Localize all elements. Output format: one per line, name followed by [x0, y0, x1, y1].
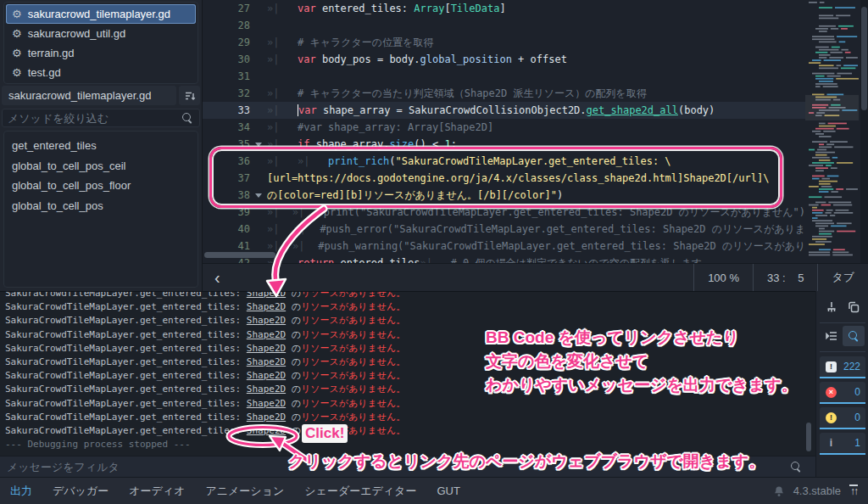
bottom-tab-シェーダーエディター[interactable]: シェーダーエディター: [294, 478, 426, 504]
chevron-left-icon[interactable]: ‹: [203, 269, 220, 286]
tab-indent-mark: »|: [293, 223, 320, 235]
code-line[interactable]: 38の[color=red][b]リソースがありません。[/b][/color]…: [203, 187, 805, 204]
console-shape2d-link[interactable]: Shape2D: [247, 301, 286, 312]
code-line[interactable]: 32»|# キャラクターの当たり判定領域（Shape2D 派生リソース）の配列を…: [203, 85, 805, 102]
console-error-text: リソースがありません。: [301, 356, 405, 367]
script-file-label: sakuracrowd_util.gd: [28, 27, 126, 40]
line-number: 39: [203, 206, 250, 218]
editor-horizontal-scrollbar[interactable]: [204, 252, 275, 258]
console-shape2d-link[interactable]: Shape2D: [247, 384, 286, 395]
code-editor[interactable]: 27»|var entered_tiles: Array[TileData]28…: [203, 0, 868, 263]
code-token: (body): [678, 104, 715, 116]
bottom-tab-アニメーション[interactable]: アニメーション: [195, 478, 294, 504]
minimap-viewport[interactable]: [805, 95, 859, 120]
code-line[interactable]: 34»|#var shape_array: Array[Shape2D]: [203, 119, 805, 136]
method-filter-input[interactable]: [3, 112, 182, 125]
code-line[interactable]: 33»|var shape_array = SakuraCrowdCollisi…: [203, 102, 805, 119]
code-token: ]: [499, 3, 505, 14]
console-row: SakuraCrowdTileMapLayer.get_entered_tile…: [5, 300, 805, 314]
output-scrollbar[interactable]: [805, 294, 812, 455]
editor-minimap[interactable]: [805, 0, 859, 263]
console-shape2d-link[interactable]: Shape2D: [247, 329, 286, 340]
search-output-button[interactable]: [843, 326, 865, 346]
code-line[interactable]: 42»|return entered_tiles»|# 0 個の場合は判定できな…: [203, 255, 805, 263]
scrollbar-thumb[interactable]: [806, 423, 811, 451]
error-filter-badge[interactable]: ×0: [820, 382, 865, 404]
bottom-tab-デバッガー[interactable]: デバッガー: [42, 478, 119, 504]
method-list-item[interactable]: global_to_cell_pos_ceil: [4, 156, 198, 176]
console-shape2d-link[interactable]: Shape2D: [247, 343, 286, 354]
console-message-prefix: SakuraCrowdTileMapLayer.get_entered_tile…: [5, 343, 247, 354]
method-sort-button[interactable]: [179, 86, 200, 105]
code-token: :: [451, 138, 457, 150]
search-icon: [791, 462, 801, 472]
fold-arrow-icon[interactable]: [250, 193, 267, 198]
code-line[interactable]: 41»|»|#push_warning("SakuraCrowdTileMapL…: [203, 238, 805, 255]
code-line[interactable]: 29»|# キャラクターの位置を取得: [203, 34, 805, 51]
notice-filter-badge[interactable]: !222: [820, 356, 865, 378]
line-number: 33: [203, 104, 250, 116]
code-line[interactable]: 40»|»|#push_error("SakuraCrowdTileMapLay…: [203, 221, 805, 238]
code-line[interactable]: 30»|var body_pos = body.global_position …: [203, 51, 805, 68]
code-line[interactable]: 37[url=https://docs.godotengine.org/ja/4…: [203, 170, 805, 187]
code-line[interactable]: 36»|»|print_rich("SakuraCrowdTileMapLaye…: [203, 153, 805, 170]
console-shape2d-link[interactable]: Shape2D: [247, 398, 286, 409]
code-token: var: [298, 53, 316, 65]
script-file-item[interactable]: ⚙sakuracrowd_util.gd: [6, 24, 196, 43]
console-error-text: リソースがありません。: [301, 343, 405, 354]
warn-filter-badge[interactable]: !0: [820, 407, 865, 429]
script-file-item[interactable]: ⚙test.gd: [6, 63, 196, 82]
code-token: + offset: [512, 53, 567, 65]
gear-icon: ⚙: [12, 67, 22, 78]
code-line[interactable]: 27»|var entered_tiles: Array[TileData]: [203, 0, 805, 17]
code-line[interactable]: 31: [203, 68, 805, 85]
code-token: # 0 個の場合は判定できないので空の配列を返します: [451, 256, 703, 264]
method-list-item[interactable]: get_entered_tiles: [4, 136, 198, 156]
console-shape2d-link[interactable]: Shape2D: [247, 356, 286, 367]
bottom-tab-出力[interactable]: 出力: [0, 478, 42, 504]
bell-icon[interactable]: [773, 485, 785, 497]
bottom-tab-GUT[interactable]: GUT: [426, 478, 470, 504]
script-name-dropdown[interactable]: sakuracrowd_tilemaplayer.gd: [2, 86, 176, 105]
zoom-level[interactable]: 100 %: [693, 264, 753, 291]
search-icon: [182, 113, 192, 123]
method-list-item[interactable]: global_to_cell_pos_floor: [4, 176, 198, 196]
dbg-icon: i: [826, 438, 837, 449]
console-message-mid: の: [286, 292, 301, 299]
console-shape2d-link[interactable]: Shape2D: [247, 425, 286, 436]
console-shape2d-link[interactable]: Shape2D: [247, 292, 286, 299]
line-number: 31: [203, 70, 250, 82]
scrollbar-thumb[interactable]: [861, 7, 867, 110]
collapse-tree-button[interactable]: [822, 327, 841, 345]
code-token: "SakuraCrowdTileMapLayer.get_entered_til…: [395, 155, 670, 167]
dbg-filter-badge[interactable]: i1: [820, 433, 865, 455]
code-line[interactable]: 39»|»|#print("SakuraCrowdTileMapLayer.ge…: [203, 204, 805, 221]
message-filter-input[interactable]: [7, 461, 791, 473]
method-list-item[interactable]: global_to_cell_pos: [4, 196, 198, 216]
code-token: global_position: [420, 53, 512, 65]
fold-arrow-icon[interactable]: [250, 143, 267, 147]
code-line[interactable]: 35»|if shape_array.size() < 1:: [203, 136, 805, 153]
script-file-item[interactable]: ⚙sakuracrowd_tilemaplayer.gd: [6, 4, 196, 24]
code-token: var: [298, 3, 316, 14]
code-token: #var shape_array: Array[Shape2D]: [298, 121, 493, 133]
console-shape2d-link[interactable]: Shape2D: [247, 412, 286, 423]
bottom-tab-オーディオ[interactable]: オーディオ: [119, 478, 195, 504]
copy-icon: [847, 300, 860, 314]
console-shape2d-link[interactable]: Shape2D: [247, 370, 286, 381]
editor-vertical-scrollbar[interactable]: [860, 0, 868, 263]
code-line[interactable]: 28: [203, 17, 805, 34]
code-token: TileData: [451, 3, 500, 14]
script-file-label: terrain.gd: [28, 47, 75, 59]
console-shape2d-link[interactable]: Shape2D: [247, 315, 286, 326]
code-token: get_shape2d_all: [587, 104, 678, 116]
indent-mode[interactable]: タブ: [817, 264, 868, 291]
script-file-item[interactable]: ⚙terrain.gd: [6, 43, 196, 63]
clear-output-button[interactable]: [822, 298, 841, 316]
console-message-prefix: SakuraCrowdTileMapLayer.get_entered_tile…: [5, 384, 247, 395]
console-message-mid: の: [286, 301, 301, 312]
caret-position[interactable]: 33 : 5: [753, 264, 817, 291]
copy-output-button[interactable]: [844, 298, 863, 316]
console-message-mid: の: [286, 356, 301, 367]
expand-bottom-panel-icon[interactable]: ↑↑: [849, 484, 858, 497]
